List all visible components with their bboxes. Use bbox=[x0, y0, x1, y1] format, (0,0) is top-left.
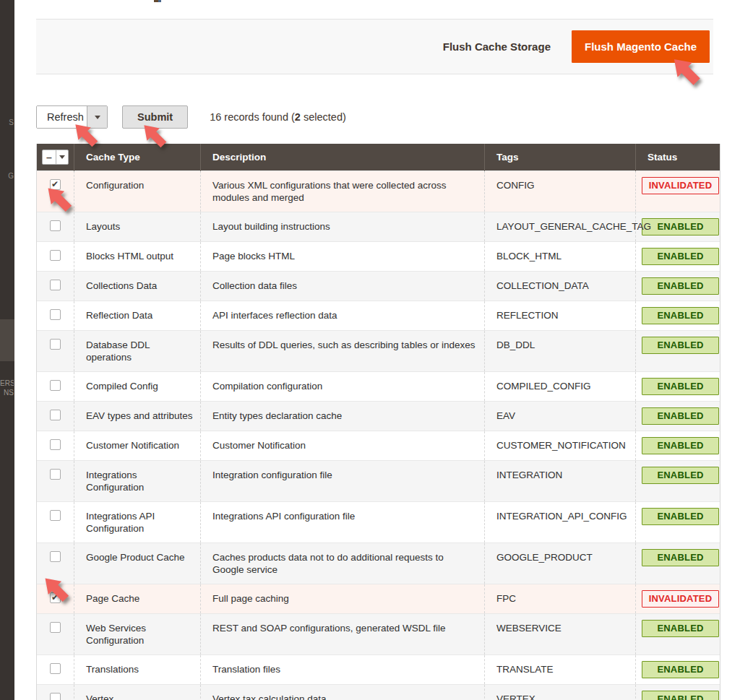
description-cell: Integrations API configuration file bbox=[201, 502, 485, 543]
description-cell: Collection data files bbox=[201, 272, 485, 301]
status-cell: ENABLED bbox=[636, 372, 720, 402]
sidebar-label-fragment: S bbox=[0, 118, 14, 126]
cache-type-cell: Layouts bbox=[74, 212, 201, 242]
row-checkbox[interactable] bbox=[50, 220, 61, 231]
row-checkbox[interactable] bbox=[50, 551, 61, 562]
status-cell: ENABLED bbox=[636, 272, 720, 301]
row-checkbox[interactable] bbox=[50, 309, 61, 320]
tags-cell: INTEGRATION_API_CONFIG bbox=[485, 502, 636, 543]
row-checkbox[interactable] bbox=[50, 179, 61, 190]
table-row: Database DDL operations Results of DDL q… bbox=[37, 331, 720, 372]
table-row: Page Cache Full page caching FPC INVALID… bbox=[37, 584, 720, 614]
flush-magento-cache-button[interactable]: Flush Magento Cache bbox=[572, 30, 710, 63]
description-cell: Various XML configurations that were col… bbox=[201, 171, 485, 212]
column-header-cache-type[interactable]: Cache Type bbox=[74, 144, 201, 171]
description-cell: Vertex tax calculation data bbox=[201, 685, 485, 700]
column-header-status[interactable]: Status bbox=[636, 144, 720, 171]
status-badge: ENABLED bbox=[642, 467, 719, 484]
status-badge: ENABLED bbox=[642, 620, 719, 637]
row-checkbox[interactable] bbox=[50, 250, 61, 261]
status-badge: INVALIDATED bbox=[642, 177, 719, 194]
description-cell: Translation files bbox=[201, 655, 485, 685]
tags-cell: TRANSLATE bbox=[485, 655, 636, 685]
table-row: Reflection Data API interfaces reflectio… bbox=[37, 301, 720, 331]
table-row: Configuration Various XML configurations… bbox=[37, 171, 720, 212]
tags-cell: VERTEX bbox=[485, 685, 636, 700]
table-row: Layouts Layout building instructions LAY… bbox=[37, 212, 720, 242]
cache-type-cell: EAV types and attributes bbox=[74, 402, 201, 431]
description-cell: API interfaces reflection data bbox=[201, 301, 485, 331]
status-badge: ENABLED bbox=[642, 218, 719, 236]
tags-cell: CUSTOMER_NOTIFICATION bbox=[485, 431, 636, 461]
row-checkbox[interactable] bbox=[50, 280, 61, 290]
cache-type-cell: Collections Data bbox=[74, 272, 201, 301]
select-all-dropdown-button[interactable] bbox=[56, 150, 68, 164]
row-checkbox[interactable] bbox=[50, 439, 61, 450]
row-checkbox[interactable] bbox=[50, 380, 61, 391]
row-checkbox[interactable] bbox=[50, 339, 61, 350]
sidebar-active-item[interactable] bbox=[0, 319, 14, 361]
status-badge: ENABLED bbox=[642, 248, 719, 265]
mass-action-dropdown-button[interactable] bbox=[87, 106, 107, 128]
table-row: Collections Data Collection data files C… bbox=[37, 272, 720, 301]
massaction-toolbar: Refresh Submit 16 records found (2 selec… bbox=[36, 105, 346, 129]
cache-management-page: Flush Cache Storage Flush Magento Cache … bbox=[14, 0, 740, 700]
status-badge: INVALIDATED bbox=[642, 590, 719, 608]
table-row: Integrations API Configuration Integrati… bbox=[37, 502, 720, 543]
status-cell: ENABLED bbox=[636, 301, 720, 331]
admin-sidebar[interactable]: S G ERS NS bbox=[0, 0, 14, 700]
description-cell: Layout building instructions bbox=[201, 212, 485, 242]
page-actions-panel: Flush Cache Storage Flush Magento Cache bbox=[36, 19, 713, 74]
row-checkbox[interactable] bbox=[50, 693, 61, 700]
row-checkbox[interactable] bbox=[50, 622, 61, 633]
sidebar-label-fragment: NS bbox=[0, 389, 14, 397]
mass-action-select[interactable]: Refresh bbox=[36, 105, 108, 129]
tags-cell: LAYOUT_GENERAL_CACHE_TAG bbox=[485, 212, 636, 242]
status-cell: ENABLED bbox=[636, 402, 720, 431]
status-cell: INVALIDATED bbox=[636, 584, 720, 614]
select-all-control[interactable]: – bbox=[42, 150, 69, 165]
select-all-indeterminate[interactable]: – bbox=[43, 150, 56, 164]
status-cell: ENABLED bbox=[636, 431, 720, 461]
row-checkbox[interactable] bbox=[50, 663, 61, 674]
tags-cell: DB_DDL bbox=[485, 331, 636, 372]
row-checkbox[interactable] bbox=[50, 510, 61, 521]
cache-type-cell: Integrations Configuration bbox=[74, 461, 201, 502]
description-cell: Page blocks HTML bbox=[201, 242, 485, 272]
description-cell: Full page caching bbox=[201, 584, 485, 614]
status-badge: ENABLED bbox=[642, 277, 719, 295]
status-cell: ENABLED bbox=[636, 614, 720, 655]
flush-cache-storage-button[interactable]: Flush Cache Storage bbox=[433, 33, 561, 60]
cache-type-cell: Web Services Configuration bbox=[74, 614, 201, 655]
submit-button[interactable]: Submit bbox=[122, 105, 188, 129]
column-header-description[interactable]: Description bbox=[201, 144, 485, 171]
tags-cell: COLLECTION_DATA bbox=[485, 272, 636, 301]
description-cell: Caches products data not to do additiona… bbox=[201, 543, 485, 584]
column-header-tags[interactable]: Tags bbox=[485, 144, 636, 171]
row-checkbox[interactable] bbox=[50, 469, 61, 480]
table-row: Compiled Config Compilation configuratio… bbox=[37, 372, 720, 402]
table-row: EAV types and attributes Entity types de… bbox=[37, 402, 720, 431]
tags-cell: WEBSERVICE bbox=[485, 614, 636, 655]
status-cell: ENABLED bbox=[636, 461, 720, 502]
description-cell: Results of DDL queries, such as describi… bbox=[201, 331, 485, 372]
sidebar-label-fragment: G bbox=[0, 172, 14, 180]
row-checkbox[interactable] bbox=[50, 410, 61, 420]
status-cell: INVALIDATED bbox=[636, 171, 720, 212]
table-row: Blocks HTML output Page blocks HTML BLOC… bbox=[37, 242, 720, 272]
status-cell: ENABLED bbox=[636, 543, 720, 584]
status-cell: ENABLED bbox=[636, 685, 720, 700]
row-checkbox[interactable] bbox=[50, 592, 61, 603]
status-badge: ENABLED bbox=[642, 508, 719, 525]
cache-type-cell: Page Cache bbox=[74, 584, 201, 614]
sidebar-label-fragment: ERS bbox=[0, 379, 14, 387]
table-row: Customer Notification Customer Notificat… bbox=[37, 431, 720, 461]
cache-type-cell: Customer Notification bbox=[74, 431, 201, 461]
tags-cell: FPC bbox=[485, 584, 636, 614]
table-row: Google Product Cache Caches products dat… bbox=[37, 543, 720, 584]
cache-type-cell: Database DDL operations bbox=[74, 331, 201, 372]
table-row: Vertex Vertex tax calculation data VERTE… bbox=[37, 685, 720, 700]
cache-type-cell: Google Product Cache bbox=[74, 543, 201, 584]
status-cell: ENABLED bbox=[636, 242, 720, 272]
cache-type-cell: Vertex bbox=[74, 685, 201, 700]
